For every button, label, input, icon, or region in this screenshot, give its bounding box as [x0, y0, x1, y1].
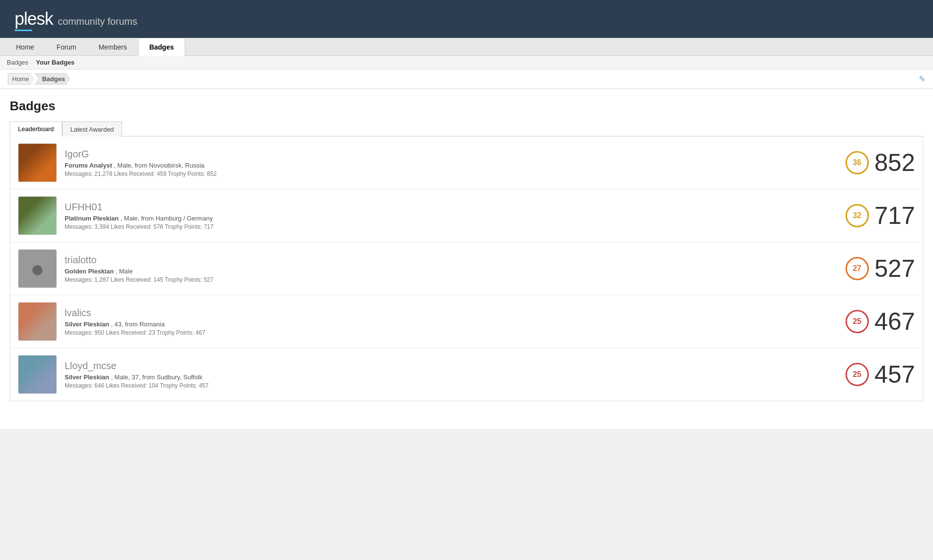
user-name[interactable]: UFHH01 — [65, 202, 838, 213]
user-name[interactable]: lvalics — [65, 307, 838, 319]
badge-score: 25 467 — [846, 307, 915, 336]
avatar-image — [18, 303, 56, 340]
breadcrumb-bar: Home Badges ✎ — [0, 69, 933, 89]
user-avatar — [18, 355, 57, 394]
avatar-image — [18, 144, 56, 182]
leaderboard-item[interactable]: IgorG Forums Analyst , Male, from Novosi… — [10, 136, 923, 189]
user-info: lvalics Silver Pleskian , 43, from Roman… — [57, 307, 846, 336]
nav-tab-members[interactable]: Members — [87, 38, 138, 56]
breadcrumb-current: Badges — [35, 73, 70, 85]
secondary-nav-your-badges[interactable]: Your Badges — [36, 59, 74, 66]
user-avatar: ● — [18, 249, 57, 288]
trophy-points: 717 — [875, 202, 915, 230]
trophy-points: 527 — [875, 255, 915, 283]
badge-score: 25 457 — [846, 360, 915, 389]
user-name[interactable]: Lloyd_mcse — [65, 360, 838, 372]
leaderboard-list: IgorG Forums Analyst , Male, from Novosi… — [10, 136, 923, 401]
main-content: Badges Leaderboard Latest Awarded IgorG … — [0, 89, 933, 429]
avatar-image — [18, 197, 56, 235]
breadcrumb-edit-icon[interactable]: ✎ — [919, 74, 925, 84]
breadcrumb-home-link[interactable]: Home — [8, 73, 35, 85]
user-info: Lloyd_mcse Silver Pleskian , Male, 37, f… — [57, 360, 846, 389]
leaderboard-item[interactable]: lvalics Silver Pleskian , 43, from Roman… — [10, 295, 923, 348]
site-logo: plesk community forums — [15, 9, 137, 29]
avatar-image — [18, 356, 56, 393]
user-title-line: Silver Pleskian , 43, from Romania — [65, 321, 838, 328]
user-info: trialotto Golden Pleskian , Male Message… — [57, 255, 846, 283]
primary-nav: Home Forum Members Badges — [0, 38, 933, 56]
trophy-points: 467 — [875, 307, 915, 336]
user-stats: Messages: 3,394 Likes Received: 576 Trop… — [65, 223, 838, 230]
logo-plesk: plesk — [15, 9, 53, 29]
badge-score: 27 527 — [846, 255, 915, 283]
user-title-line: Silver Pleskian , Male, 37, from Sudbury… — [65, 373, 838, 381]
user-stats: Messages: 1,287 Likes Received: 145 Trop… — [65, 276, 838, 283]
leaderboard-item[interactable]: UFHH01 Platinum Pleskian , Male, from Ha… — [10, 189, 923, 242]
user-name[interactable]: IgorG — [65, 149, 838, 160]
user-title-line: Golden Pleskian , Male — [65, 268, 838, 275]
trophy-points: 457 — [875, 360, 915, 389]
secondary-nav-badges[interactable]: Badges — [7, 59, 28, 66]
badge-count-circle: 25 — [846, 310, 869, 333]
user-avatar — [18, 143, 57, 182]
nav-tab-badges[interactable]: Badges — [138, 38, 185, 56]
leaderboard-item[interactable]: ● trialotto Golden Pleskian , Male Messa… — [10, 242, 923, 295]
tab-latest-awarded[interactable]: Latest Awarded — [62, 121, 122, 136]
badge-score: 36 852 — [846, 149, 915, 177]
avatar-placeholder: ● — [18, 250, 56, 288]
avatar-silhouette-icon: ● — [31, 255, 45, 282]
badge-count-circle: 32 — [846, 204, 869, 227]
user-info: UFHH01 Platinum Pleskian , Male, from Ha… — [57, 202, 846, 230]
breadcrumb-home[interactable]: Home — [8, 73, 35, 85]
user-name[interactable]: trialotto — [65, 255, 838, 266]
user-title: Golden Pleskian — [65, 268, 114, 275]
tabs-bar: Leaderboard Latest Awarded — [10, 121, 923, 136]
user-title: Platinum Pleskian — [65, 215, 119, 222]
user-avatar — [18, 302, 57, 341]
badge-score: 32 717 — [846, 202, 915, 230]
user-title: Silver Pleskian — [65, 321, 109, 328]
secondary-nav: Badges Your Badges — [0, 56, 933, 69]
site-header: plesk community forums — [0, 0, 933, 38]
tab-leaderboard[interactable]: Leaderboard — [10, 121, 62, 136]
badge-count-circle: 27 — [846, 257, 869, 280]
badge-count-circle: 36 — [846, 151, 869, 174]
page-title: Badges — [10, 99, 923, 114]
trophy-points: 852 — [875, 149, 915, 177]
user-stats: Messages: 646 Likes Received: 104 Trophy… — [65, 382, 838, 389]
user-info: IgorG Forums Analyst , Male, from Novosi… — [57, 149, 846, 177]
badge-count-circle: 25 — [846, 363, 869, 386]
nav-tab-forum[interactable]: Forum — [45, 38, 87, 56]
breadcrumb: Home Badges — [8, 73, 70, 85]
user-stats: Messages: 21,278 Likes Received: 459 Tro… — [65, 170, 838, 177]
user-title: Silver Pleskian — [65, 373, 109, 381]
user-stats: Messages: 950 Likes Received: 23 Trophy … — [65, 329, 838, 336]
nav-tab-home[interactable]: Home — [5, 38, 45, 56]
user-title-line: Forums Analyst , Male, from Novosibirsk,… — [65, 162, 838, 169]
logo-subtitle: community forums — [58, 16, 137, 27]
user-title-line: Platinum Pleskian , Male, from Hamburg /… — [65, 215, 838, 222]
breadcrumb-badges: Badges — [35, 73, 70, 85]
leaderboard-item[interactable]: Lloyd_mcse Silver Pleskian , Male, 37, f… — [10, 348, 923, 401]
user-title: Forums Analyst — [65, 162, 112, 169]
user-avatar — [18, 196, 57, 235]
